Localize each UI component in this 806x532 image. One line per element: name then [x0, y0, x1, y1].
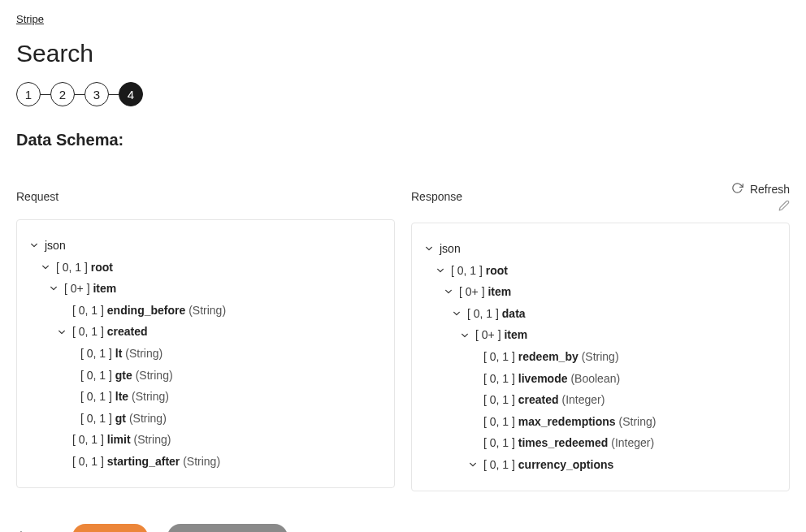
- response-node-label[interactable]: [ 0, 1 ] currency_options: [483, 454, 613, 476]
- request-tree-row: [ 0, 1 ] root: [28, 257, 383, 279]
- request-node-label[interactable]: [ 0, 1 ] created: [72, 321, 148, 343]
- step-3[interactable]: 3: [84, 82, 109, 106]
- response-tree-row: [ 0, 1 ] livemode (Boolean): [423, 368, 778, 390]
- step-2[interactable]: 2: [50, 82, 75, 106]
- step-4[interactable]: 4: [119, 82, 143, 106]
- request-node-label[interactable]: [ 0+ ] item: [64, 278, 116, 300]
- request-tree-row: [ 0, 1 ] limit (String): [28, 429, 383, 451]
- refresh-label: Refresh: [750, 183, 790, 196]
- chevron-down-icon[interactable]: [435, 265, 446, 276]
- footer: Back Finished Discard Changes: [16, 524, 790, 532]
- stepper: 1234: [16, 82, 790, 106]
- response-column: Response Refresh json[ 0, 1 ] root[ 0+ ]…: [411, 182, 790, 491]
- request-tree-row: [ 0, 1 ] starting_after (String): [28, 451, 383, 473]
- response-node-label[interactable]: [ 0, 1 ] redeem_by (String): [483, 346, 619, 368]
- response-panel: json[ 0, 1 ] root[ 0+ ] item[ 0, 1 ] dat…: [411, 223, 790, 491]
- request-node-label[interactable]: [ 0, 1 ] gt (String): [80, 408, 167, 430]
- chevron-down-icon[interactable]: [423, 243, 435, 254]
- response-tree-row: json: [423, 238, 778, 260]
- request-tree-row: [ 0, 1 ] ending_before (String): [28, 300, 383, 322]
- response-tree-row: [ 0+ ] item: [423, 324, 778, 346]
- request-node-label[interactable]: [ 0, 1 ] root: [56, 257, 113, 279]
- chevron-down-icon[interactable]: [459, 330, 470, 341]
- schema-columns: Request json[ 0, 1 ] root[ 0+ ] item[ 0,…: [16, 182, 790, 491]
- breadcrumb-link[interactable]: Stripe: [16, 13, 790, 25]
- chevron-down-icon[interactable]: [48, 283, 59, 294]
- request-column: Request json[ 0, 1 ] root[ 0+ ] item[ 0,…: [16, 182, 395, 491]
- request-tree-row: [ 0+ ] item: [28, 278, 383, 300]
- request-node-label[interactable]: [ 0, 1 ] starting_after (String): [72, 451, 220, 473]
- response-node-label[interactable]: [ 0+ ] item: [475, 324, 527, 346]
- response-node-label[interactable]: [ 0, 1 ] created (Integer): [483, 389, 604, 411]
- request-label: Request: [16, 182, 58, 203]
- chevron-down-icon[interactable]: [56, 327, 67, 338]
- chevron-down-icon[interactable]: [40, 262, 51, 273]
- chevron-down-icon[interactable]: [467, 459, 479, 470]
- request-tree-row: json: [28, 235, 383, 257]
- finished-button[interactable]: Finished: [72, 524, 148, 532]
- response-tree-row: [ 0, 1 ] times_redeemed (Integer): [423, 432, 778, 454]
- request-node-label[interactable]: [ 0, 1 ] ending_before (String): [72, 300, 226, 322]
- step-separator: [41, 94, 50, 95]
- request-node-label[interactable]: json: [45, 235, 66, 257]
- response-tree-row: [ 0, 1 ] root: [423, 260, 778, 282]
- request-tree-row: [ 0, 1 ] gt (String): [28, 408, 383, 430]
- response-tree-row: [ 0, 1 ] currency_options: [423, 454, 778, 476]
- step-1[interactable]: 1: [16, 82, 41, 106]
- response-tree-row: [ 0, 1 ] created (Integer): [423, 389, 778, 411]
- request-tree-row: [ 0, 1 ] lte (String): [28, 386, 383, 408]
- request-node-label[interactable]: [ 0, 1 ] lt (String): [80, 343, 162, 365]
- request-tree-row: [ 0, 1 ] gte (String): [28, 365, 383, 387]
- step-separator: [75, 94, 84, 95]
- response-node-label[interactable]: [ 0, 1 ] livemode (Boolean): [483, 368, 620, 390]
- response-node-label[interactable]: [ 0+ ] item: [459, 281, 511, 303]
- response-node-label[interactable]: [ 0, 1 ] times_redeemed (Integer): [483, 432, 654, 454]
- refresh-icon: [731, 182, 743, 197]
- refresh-button[interactable]: Refresh: [731, 182, 790, 197]
- response-label: Response: [411, 182, 462, 203]
- chevron-down-icon[interactable]: [443, 286, 454, 297]
- step-separator: [109, 94, 119, 95]
- page-title: Search: [16, 40, 790, 67]
- request-node-label[interactable]: [ 0, 1 ] limit (String): [72, 429, 171, 451]
- response-tree-row: [ 0, 1 ] data: [423, 303, 778, 325]
- request-panel: json[ 0, 1 ] root[ 0+ ] item[ 0, 1 ] end…: [16, 219, 395, 488]
- response-tree-row: [ 0, 1 ] redeem_by (String): [423, 346, 778, 368]
- response-tree-row: [ 0, 1 ] max_redemptions (String): [423, 411, 778, 433]
- chevron-down-icon[interactable]: [28, 240, 40, 251]
- request-tree-row: [ 0, 1 ] lt (String): [28, 343, 383, 365]
- response-node-label[interactable]: [ 0, 1 ] max_redemptions (String): [483, 411, 656, 433]
- response-node-label[interactable]: json: [440, 238, 461, 260]
- edit-icon[interactable]: [778, 200, 790, 214]
- response-tree-row: [ 0+ ] item: [423, 281, 778, 303]
- response-node-label[interactable]: [ 0, 1 ] root: [451, 260, 508, 282]
- response-node-label[interactable]: [ 0, 1 ] data: [467, 303, 526, 325]
- discard-button[interactable]: Discard Changes: [167, 524, 287, 532]
- chevron-down-icon[interactable]: [451, 308, 462, 319]
- request-node-label[interactable]: [ 0, 1 ] lte (String): [80, 386, 169, 408]
- request-node-label[interactable]: [ 0, 1 ] gte (String): [80, 365, 173, 387]
- section-title: Data Schema:: [16, 131, 790, 149]
- request-tree-row: [ 0, 1 ] created: [28, 321, 383, 343]
